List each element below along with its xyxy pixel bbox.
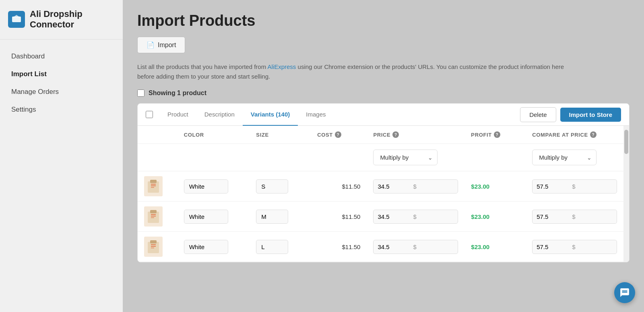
- row2-profit-cell: $23.00: [464, 202, 526, 232]
- row2-size-input[interactable]: [256, 210, 288, 224]
- svg-rect-3: [150, 180, 157, 183]
- svg-rect-5: [151, 185, 156, 186]
- th-image: [138, 126, 178, 144]
- row3-size-input[interactable]: [256, 240, 288, 254]
- row2-size-cell: [250, 202, 311, 232]
- row2-product-thumb: [144, 206, 163, 227]
- compare-multiply-select[interactable]: Multiply by: [532, 150, 597, 165]
- th-compare-at-price: COMPARE AT PRICE ?: [526, 126, 623, 144]
- row2-price-cell: $: [367, 202, 464, 232]
- tab-product[interactable]: Product: [159, 104, 196, 126]
- sidebar-item-manage-orders[interactable]: Manage Orders: [0, 83, 123, 101]
- row3-compare-input-wrap: $: [532, 240, 617, 254]
- row3-price-suffix: $: [410, 240, 419, 254]
- svg-rect-16: [151, 248, 154, 248]
- aliexpress-link[interactable]: AliExpress: [268, 63, 296, 70]
- row2-compare-input[interactable]: [533, 210, 569, 223]
- svg-rect-11: [151, 217, 154, 218]
- row1-compare-input-wrap: $: [532, 179, 617, 193]
- th-price: PRICE ?: [367, 126, 464, 144]
- app-name: Ali Dropship Connector: [30, 9, 83, 30]
- row2-price-suffix: $: [410, 210, 419, 223]
- cost-help-icon[interactable]: ?: [335, 131, 341, 138]
- chat-icon: [619, 287, 630, 298]
- svg-rect-13: [150, 240, 157, 243]
- showing-row: Showing 1 product: [137, 89, 630, 97]
- row1-price-cell: $: [367, 171, 464, 202]
- sidebar: Ali Dropship Connector Dashboard Import …: [0, 0, 123, 312]
- row1-compare-cell: $: [526, 171, 623, 202]
- row1-image-cell: [138, 171, 178, 202]
- row3-cost-cell: $11.50: [311, 232, 367, 262]
- delete-button[interactable]: Delete: [520, 107, 556, 122]
- row1-compare-input[interactable]: [533, 180, 569, 193]
- variants-table-container: COLOR SIZE COST ?: [138, 126, 629, 262]
- th-size: SIZE: [250, 126, 311, 144]
- row1-size-cell: [250, 171, 311, 202]
- row2-image-cell: [138, 202, 178, 232]
- row1-cost-cell: $11.50: [311, 171, 367, 202]
- app-logo-icon: [8, 11, 25, 28]
- price-multiply-cell: Multiply by ⌄: [367, 144, 464, 171]
- svg-rect-6: [151, 187, 154, 188]
- scrollbar-thumb[interactable]: [624, 130, 628, 154]
- import-button[interactable]: 📄 Import: [137, 37, 185, 53]
- svg-rect-15: [151, 246, 156, 247]
- row1-size-input[interactable]: [256, 179, 288, 193]
- svg-rect-0: [12, 17, 21, 22]
- profit-help-icon[interactable]: ?: [494, 131, 500, 138]
- row3-compare-input[interactable]: [533, 240, 569, 254]
- th-profit: PROFIT ?: [464, 126, 526, 144]
- row2-price-input-wrap: $: [373, 210, 458, 224]
- row3-image-cell: [138, 232, 178, 262]
- row3-price-input-wrap: $: [373, 240, 458, 254]
- row3-profit-cell: $23.00: [464, 232, 526, 262]
- compare-help-icon[interactable]: ?: [590, 131, 597, 138]
- tab-images[interactable]: Images: [298, 104, 334, 126]
- price-multiply-select-wrap: Multiply by ⌄: [373, 150, 438, 165]
- price-multiply-select[interactable]: Multiply by: [373, 150, 438, 165]
- multiply-row: Multiply by ⌄ Multiply by ⌄: [138, 144, 623, 171]
- scrollbar-track[interactable]: [623, 126, 629, 262]
- card-actions: Delete Import to Store: [520, 107, 621, 122]
- row2-cost-cell: $11.50: [311, 202, 367, 232]
- svg-rect-14: [151, 244, 156, 245]
- sidebar-logo: Ali Dropship Connector: [0, 0, 123, 40]
- page-title: Import Products: [137, 12, 630, 29]
- sidebar-item-dashboard[interactable]: Dashboard: [0, 48, 123, 65]
- svg-marker-1: [13, 15, 20, 17]
- row1-color-cell: [178, 171, 250, 202]
- svg-rect-10: [151, 216, 156, 216]
- compare-multiply-cell: Multiply by ⌄: [526, 144, 623, 171]
- row3-price-cell: $: [367, 232, 464, 262]
- svg-rect-8: [150, 210, 157, 213]
- row3-price-input[interactable]: [374, 240, 410, 254]
- row1-color-input[interactable]: [184, 179, 228, 193]
- th-cost: COST ?: [311, 126, 367, 144]
- select-all-checkbox[interactable]: [137, 89, 144, 97]
- showing-label: Showing 1 product: [149, 89, 206, 97]
- product-card: Product Description Variants (140) Image…: [137, 103, 630, 262]
- row3-product-thumb: [144, 237, 163, 257]
- tab-description[interactable]: Description: [196, 104, 243, 126]
- tab-variants[interactable]: Variants (140): [243, 104, 298, 126]
- row1-price-input-wrap: $: [373, 179, 458, 193]
- sidebar-item-settings[interactable]: Settings: [0, 101, 123, 119]
- row2-compare-input-wrap: $: [532, 210, 617, 224]
- price-help-icon[interactable]: ?: [392, 131, 399, 138]
- svg-rect-9: [151, 214, 156, 215]
- row2-price-input[interactable]: [374, 210, 410, 223]
- row1-product-thumb: [144, 176, 163, 196]
- variants-table: COLOR SIZE COST ?: [138, 126, 623, 262]
- chat-bubble-button[interactable]: [614, 282, 635, 303]
- row3-color-input[interactable]: [184, 240, 228, 254]
- description-text: List all the products that you have impo…: [137, 62, 580, 81]
- import-to-store-button[interactable]: Import to Store: [560, 108, 621, 122]
- card-tabs-row: Product Description Variants (140) Image…: [138, 104, 629, 126]
- sidebar-item-import-list[interactable]: Import List: [0, 65, 123, 83]
- row1-price-input[interactable]: [374, 180, 410, 193]
- row2-color-input[interactable]: [184, 210, 228, 224]
- row3-compare-cell: $: [526, 232, 623, 262]
- product-card-checkbox[interactable]: [146, 111, 153, 118]
- table-row: $11.50 $ $23.00: [138, 232, 623, 262]
